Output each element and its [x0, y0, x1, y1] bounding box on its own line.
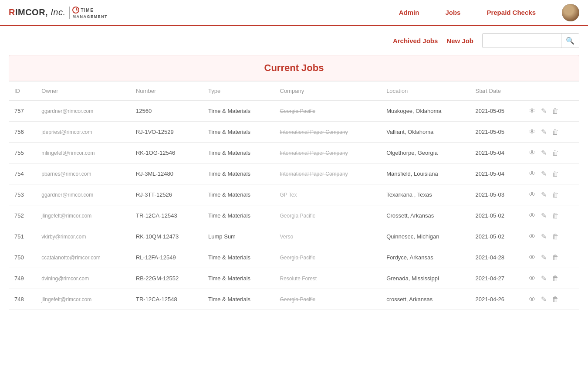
table-row: 757 ggardner@rimcor.com 12560 Time & Mat…: [9, 101, 579, 122]
avatar[interactable]: [562, 4, 579, 21]
archived-jobs-link[interactable]: Archived Jobs: [393, 37, 438, 44]
table-row: 754 pbarnes@rimcor.com RJ-3ML-12480 Time…: [9, 163, 579, 184]
new-job-link[interactable]: New Job: [446, 37, 473, 44]
cell-type: Time & Materials: [203, 247, 274, 268]
delete-icon[interactable]: 🗑: [552, 128, 559, 136]
cell-start-date: 2021-05-04: [470, 163, 524, 184]
cell-owner: jlingefelt@rimcor.com: [36, 205, 131, 226]
cell-location: Grenada, Mississippi: [381, 268, 470, 289]
delete-icon[interactable]: 🗑: [552, 254, 559, 262]
delete-icon[interactable]: 🗑: [552, 275, 559, 282]
cell-number: RJ-3TT-12526: [131, 184, 203, 205]
cell-start-date: 2021-05-02: [470, 205, 524, 226]
view-icon[interactable]: 👁: [529, 254, 536, 262]
cell-location: Crossett, Arkansas: [381, 205, 470, 226]
table-area: Current Jobs ID Owner Number Type Compan…: [0, 55, 588, 319]
cell-number: RK-10QM-12473: [131, 226, 203, 247]
edit-icon[interactable]: ✎: [541, 170, 547, 178]
cell-actions: 👁 ✎ 🗑: [524, 268, 579, 289]
page-title: Current Jobs: [264, 62, 324, 73]
view-icon[interactable]: 👁: [529, 233, 536, 241]
table-row: 755 mlingefelt@rimcor.com RK-1OG-12546 T…: [9, 143, 579, 163]
table-title-box: Current Jobs: [9, 55, 579, 81]
view-icon[interactable]: 👁: [529, 296, 536, 303]
delete-icon[interactable]: 🗑: [552, 212, 559, 220]
view-icon[interactable]: 👁: [529, 212, 536, 220]
search-button[interactable]: 🔍: [561, 33, 579, 48]
cell-actions: 👁 ✎ 🗑: [524, 163, 579, 184]
cell-id: 748: [9, 289, 37, 310]
cell-id: 753: [9, 184, 37, 205]
cell-location: crossett, Arkansas: [381, 289, 470, 310]
cell-owner: ggardner@rimcor.com: [36, 184, 131, 205]
table-row: 756 jdepriest@rimcor.com RJ-1VO-12529 Ti…: [9, 122, 579, 143]
cell-company: Georgia Pacific: [275, 247, 382, 268]
cell-owner: dvining@rimcor.com: [36, 268, 131, 289]
cell-type: Time & Materials: [203, 205, 274, 226]
edit-icon[interactable]: ✎: [541, 232, 547, 241]
cell-owner: ggardner@rimcor.com: [36, 101, 131, 122]
table-row: 748 jlingefelt@rimcor.com TR-12CA-12548 …: [9, 289, 579, 310]
cell-id: 749: [9, 268, 37, 289]
cell-start-date: 2021-05-04: [470, 143, 524, 163]
delete-icon[interactable]: 🗑: [552, 191, 559, 199]
nav-jobs[interactable]: Jobs: [445, 9, 460, 16]
cell-company: International Paper Company: [275, 122, 382, 143]
delete-icon[interactable]: 🗑: [552, 149, 559, 157]
cell-type: Time & Materials: [203, 163, 274, 184]
search-input[interactable]: [483, 35, 561, 46]
cell-number: TR-12CA-12543: [131, 205, 203, 226]
edit-icon[interactable]: ✎: [541, 149, 547, 157]
cell-start-date: 2021-04-28: [470, 247, 524, 268]
view-icon[interactable]: 👁: [529, 275, 536, 282]
edit-icon[interactable]: ✎: [541, 211, 547, 220]
user-avatar-image: [562, 4, 579, 21]
view-icon[interactable]: 👁: [529, 149, 536, 157]
edit-icon[interactable]: ✎: [541, 253, 547, 262]
cell-actions: 👁 ✎ 🗑: [524, 289, 579, 310]
cell-owner: mlingefelt@rimcor.com: [36, 143, 131, 163]
table-body: 757 ggardner@rimcor.com 12560 Time & Mat…: [9, 101, 579, 310]
nav: Admin Jobs Prepaid Checks: [399, 4, 579, 21]
cell-type: Time & Materials: [203, 101, 274, 122]
view-icon[interactable]: 👁: [529, 107, 536, 115]
cell-start-date: 2021-05-05: [470, 122, 524, 143]
view-icon[interactable]: 👁: [529, 128, 536, 136]
cell-id: 750: [9, 247, 37, 268]
nav-admin[interactable]: Admin: [399, 9, 419, 16]
delete-icon[interactable]: 🗑: [552, 170, 559, 178]
cell-start-date: 2021-05-05: [470, 101, 524, 122]
cell-actions: 👁 ✎ 🗑: [524, 101, 579, 122]
table-row: 751 vkirby@rimcor.com RK-10QM-12473 Lump…: [9, 226, 579, 247]
toolbar: Archived Jobs New Job 🔍: [0, 26, 588, 55]
cell-type: Time & Materials: [203, 122, 274, 143]
delete-icon[interactable]: 🗑: [552, 107, 559, 115]
cell-company: International Paper Company: [275, 143, 382, 163]
cell-company: International Paper Company: [275, 163, 382, 184]
delete-icon[interactable]: 🗑: [552, 233, 559, 241]
nav-prepaid-checks[interactable]: Prepaid Checks: [487, 9, 536, 16]
col-owner: Owner: [36, 82, 131, 101]
cell-owner: jdepriest@rimcor.com: [36, 122, 131, 143]
cell-type: Time & Materials: [203, 289, 274, 310]
col-type: Type: [203, 82, 274, 101]
cell-type: Time & Materials: [203, 143, 274, 163]
cell-id: 755: [9, 143, 37, 163]
cell-number: TR-12CA-12548: [131, 289, 203, 310]
cell-company: Georgia Pacific: [275, 205, 382, 226]
view-icon[interactable]: 👁: [529, 191, 536, 199]
cell-start-date: 2021-05-02: [470, 226, 524, 247]
delete-icon[interactable]: 🗑: [552, 296, 559, 303]
cell-number: RJ-3ML-12480: [131, 163, 203, 184]
edit-icon[interactable]: ✎: [541, 274, 547, 282]
edit-icon[interactable]: ✎: [541, 191, 547, 199]
cell-type: Time & Materials: [203, 184, 274, 205]
clock-icon: [72, 7, 79, 14]
edit-icon[interactable]: ✎: [541, 295, 547, 303]
edit-icon[interactable]: ✎: [541, 107, 547, 115]
cell-number: 12560: [131, 101, 203, 122]
view-icon[interactable]: 👁: [529, 170, 536, 178]
col-start-date: Start Date: [470, 82, 524, 101]
search-box: 🔍: [482, 33, 579, 48]
edit-icon[interactable]: ✎: [541, 128, 547, 136]
